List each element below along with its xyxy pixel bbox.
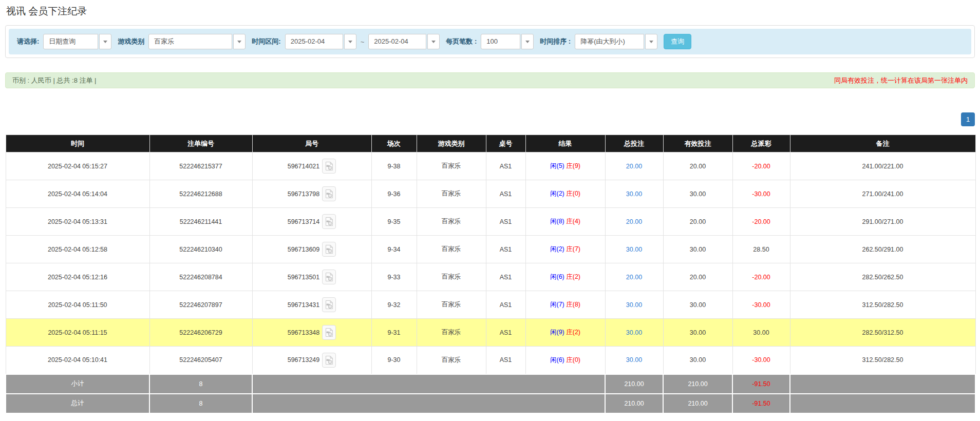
- total-row: 总计 8 210.00 210.00 -91.50: [6, 394, 975, 413]
- cell-table-no: AS1: [486, 263, 525, 291]
- cell-payout: -30.00: [732, 180, 790, 208]
- chevron-down-icon[interactable]: [233, 34, 246, 49]
- cell-session: 9-38: [371, 152, 417, 180]
- cell-total-bet[interactable]: 20.00: [605, 208, 663, 236]
- cell-table-no: AS1: [486, 347, 525, 374]
- header-bet-id: 注单编号: [149, 135, 252, 152]
- cell-time: 2025-02-04 05:15:27: [6, 152, 149, 180]
- cell-table-no: AS1: [486, 319, 525, 347]
- date-from-value[interactable]: 2025-02-04: [285, 34, 343, 49]
- header-session: 场次: [371, 135, 417, 152]
- video-icon-button[interactable]: [322, 270, 336, 284]
- cell-remark: 282.50/312.50: [790, 319, 975, 347]
- game-type-value[interactable]: 百家乐: [148, 34, 232, 49]
- cell-game-type: 百家乐: [417, 236, 486, 263]
- page-size-label: 每页笔数 :: [446, 37, 477, 46]
- cell-payout: -20.00: [732, 263, 790, 291]
- date-to-select[interactable]: 2025-02-04: [368, 34, 440, 49]
- query-type-select[interactable]: 日期查询: [43, 34, 111, 49]
- total-total-bet: 210.00: [605, 394, 663, 413]
- subtotal-total-bet: 210.00: [605, 374, 663, 394]
- cell-valid-bet: 20.00: [663, 208, 732, 236]
- video-file-icon: [325, 300, 333, 310]
- sort-order-value[interactable]: 降幂(由大到小): [575, 34, 644, 49]
- valid-bet-notice-text: 同局有效投注，统一计算在该局第一张注单内: [834, 76, 968, 85]
- result-player: 闲(8): [550, 218, 564, 225]
- table-row: 2025-02-04 05:11:15522246206729596713348…: [6, 319, 975, 347]
- cell-valid-bet: 20.00: [663, 263, 732, 291]
- cell-session: 9-30: [371, 347, 417, 374]
- video-icon-button[interactable]: [322, 353, 336, 368]
- round-number: 596713501: [288, 274, 320, 281]
- date-from-select[interactable]: 2025-02-04: [285, 34, 356, 49]
- cell-total-bet[interactable]: 30.00: [605, 236, 663, 263]
- video-icon-button[interactable]: [322, 297, 336, 312]
- video-icon-button[interactable]: [322, 186, 336, 201]
- result-player: 闲(9): [550, 329, 564, 336]
- video-icon-button[interactable]: [322, 242, 336, 257]
- cell-round: 596714021: [252, 152, 371, 180]
- cell-remark: 312.50/282.50: [790, 291, 975, 319]
- chevron-down-icon[interactable]: [645, 34, 657, 49]
- video-file-icon: [325, 189, 333, 199]
- cell-session: 9-34: [371, 236, 417, 263]
- cell-session: 9-32: [371, 291, 417, 319]
- result-player: 闲(2): [550, 190, 564, 197]
- pagination-top: 1: [5, 112, 975, 126]
- total-spacer: [252, 394, 605, 413]
- cell-remark: 282.50/262.50: [790, 263, 975, 291]
- cell-table-no: AS1: [486, 152, 525, 180]
- total-remark: [790, 394, 975, 413]
- pagination-page-1[interactable]: 1: [961, 112, 975, 126]
- cell-total-bet[interactable]: 20.00: [605, 263, 663, 291]
- round-number: 596713714: [288, 218, 320, 225]
- round-number: 596713431: [288, 301, 320, 309]
- page-size-select[interactable]: 100: [481, 34, 534, 49]
- cell-round: 596713501: [252, 263, 371, 291]
- chevron-down-icon[interactable]: [99, 34, 111, 49]
- page-size-value[interactable]: 100: [481, 34, 520, 49]
- total-valid-bet: 210.00: [663, 394, 732, 413]
- video-icon-button[interactable]: [322, 159, 336, 174]
- subtotal-spacer: [252, 374, 605, 394]
- cell-result: 闲(5) 庄(9): [525, 152, 605, 180]
- cell-total-bet[interactable]: 30.00: [605, 319, 663, 347]
- query-type-value[interactable]: 日期查询: [43, 34, 98, 49]
- header-time: 时间: [6, 135, 149, 152]
- video-icon-button[interactable]: [322, 325, 336, 340]
- cell-total-bet[interactable]: 30.00: [605, 291, 663, 319]
- sort-order-label: 时间排序 :: [540, 37, 571, 46]
- time-range-label: 时间区间:: [252, 37, 280, 46]
- header-result: 结果: [525, 135, 605, 152]
- cell-time: 2025-02-04 05:10:41: [6, 347, 149, 374]
- cell-result: 闲(9) 庄(2): [525, 319, 605, 347]
- total-count: 8: [149, 394, 252, 413]
- video-icon-button[interactable]: [322, 214, 336, 229]
- cell-time: 2025-02-04 05:11:50: [6, 291, 149, 319]
- cell-remark: 291.00/271.00: [790, 208, 975, 236]
- subtotal-row: 小计 8 210.00 210.00 -91.50: [6, 374, 975, 394]
- result-banker: 庄(0): [566, 356, 580, 363]
- chevron-down-icon[interactable]: [344, 34, 356, 49]
- date-to-value[interactable]: 2025-02-04: [368, 34, 426, 49]
- cell-game-type: 百家乐: [417, 291, 486, 319]
- header-table-no: 桌号: [486, 135, 525, 152]
- result-banker: 庄(7): [566, 245, 580, 253]
- cell-round: 596713431: [252, 291, 371, 319]
- video-file-icon: [325, 272, 333, 282]
- cell-total-bet[interactable]: 30.00: [605, 347, 663, 374]
- cell-game-type: 百家乐: [417, 152, 486, 180]
- header-game-type: 游戏类别: [417, 135, 486, 152]
- header-total-bet: 总投注: [605, 135, 663, 152]
- filter-panel: 请选择: 日期查询 游戏类别 百家乐 时间区间: 2025-02-04 ~ 20…: [5, 25, 975, 58]
- chevron-down-icon[interactable]: [427, 34, 440, 49]
- cell-total-bet[interactable]: 30.00: [605, 180, 663, 208]
- chevron-down-icon[interactable]: [521, 34, 534, 49]
- game-type-select[interactable]: 百家乐: [148, 34, 246, 49]
- search-button[interactable]: 查询: [664, 34, 691, 49]
- cell-payout: 28.50: [732, 236, 790, 263]
- filter-bar: 请选择: 日期查询 游戏类别 百家乐 时间区间: 2025-02-04 ~ 20…: [9, 29, 971, 54]
- cell-total-bet[interactable]: 20.00: [605, 152, 663, 180]
- total-payout: -91.50: [732, 394, 790, 413]
- sort-order-select[interactable]: 降幂(由大到小): [575, 34, 657, 49]
